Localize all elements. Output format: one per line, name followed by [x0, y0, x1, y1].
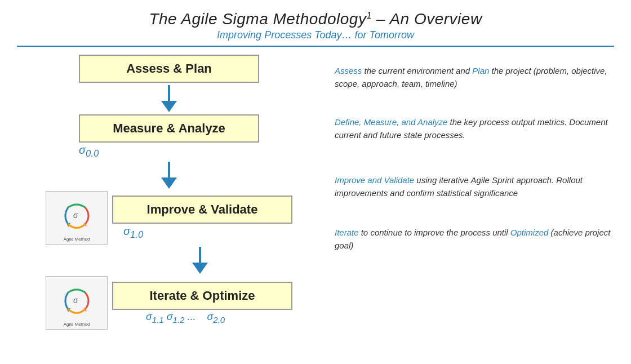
header-divider [17, 46, 614, 47]
arrow-line-2 [168, 162, 170, 177]
arrow-1 [161, 85, 177, 112]
highlight-plan: Plan [472, 66, 489, 76]
sigma-3: σ1.1 σ1.2 ... σ2.0 [146, 311, 225, 325]
highlight-optimized: Optimized [510, 228, 549, 237]
desc-assess-plan: Assess the current environment and Plan … [335, 65, 614, 90]
svg-text:σ: σ [73, 211, 78, 220]
step1-area: Assess & Plan [17, 55, 321, 83]
step4-area: σ Agile Method Iterate & Optimize σ1.1 σ… [17, 276, 321, 330]
step3-row: σ Agile Method Improve & Validate σ1.0 [17, 191, 321, 245]
title-text: The Agile Sigma Methodology [149, 10, 366, 28]
agile-svg-2: σ [57, 284, 96, 321]
arrow-head-1 [161, 101, 177, 112]
assess-plan-box: Assess & Plan [79, 55, 259, 83]
page-container: The Agile Sigma Methodology1 – An Overvi… [0, 0, 631, 364]
highlight-assess: Assess [335, 66, 362, 76]
sigma-1: σ0.0 [79, 144, 99, 159]
content-area: Assess & Plan Measure & Analyze σ0.0 [17, 55, 614, 330]
measure-analyze-box: Measure & Analyze [79, 114, 259, 143]
step3-area: σ Agile Method Improve & Validate σ1.0 [17, 191, 321, 245]
arrow-head-2 [161, 177, 177, 189]
arrow-head-3 [192, 263, 208, 274]
step2-area: Measure & Analyze σ0.0 [17, 114, 321, 159]
flow-column: Assess & Plan Measure & Analyze σ0.0 [17, 55, 321, 330]
agile-icon-1: σ Agile Method [46, 191, 108, 245]
subtitle: Improving Processes Today… for Tomorrow [17, 29, 614, 41]
agile-icon-label-2: Agile Method [64, 322, 90, 327]
main-title: The Agile Sigma Methodology1 – An Overvi… [17, 10, 614, 28]
agile-icon-label-1: Agile Method [64, 237, 90, 242]
arrow-2 [161, 162, 177, 189]
arrow-line-3 [199, 247, 201, 263]
arrow-line-1 [168, 85, 170, 101]
header: The Agile Sigma Methodology1 – An Overvi… [17, 10, 614, 41]
highlight-define-measure: Define, Measure, and Analyze [335, 117, 447, 127]
desc-improve-validate: Improve and Validate using iterative Agi… [335, 174, 614, 199]
arrow-3 [192, 247, 208, 274]
title-sup: 1 [366, 11, 371, 20]
agile-svg-1: σ [57, 199, 96, 236]
title-suffix: – An Overview [372, 10, 482, 28]
step4-box-col: Iterate & Optimize σ1.1 σ1.2 ... σ2.0 [112, 282, 292, 325]
svg-text:σ: σ [73, 296, 78, 305]
iterate-optimize-box: Iterate & Optimize [112, 282, 292, 310]
improve-validate-box: Improve & Validate [112, 196, 292, 224]
step3-box-col: Improve & Validate σ1.0 [112, 196, 292, 241]
sigma-2: σ1.0 [123, 225, 143, 241]
desc-measure-analyze: Define, Measure, and Analyze the key pro… [335, 116, 614, 141]
agile-icon-2: σ Agile Method [46, 276, 108, 330]
desc-column: Assess the current environment and Plan … [321, 55, 614, 330]
highlight-iterate: Iterate [335, 228, 359, 237]
highlight-improve: Improve and Validate [335, 175, 414, 185]
desc-iterate-optimize: Iterate to continue to improve the proce… [335, 227, 614, 252]
step4-row: σ Agile Method Iterate & Optimize σ1.1 σ… [17, 276, 321, 330]
